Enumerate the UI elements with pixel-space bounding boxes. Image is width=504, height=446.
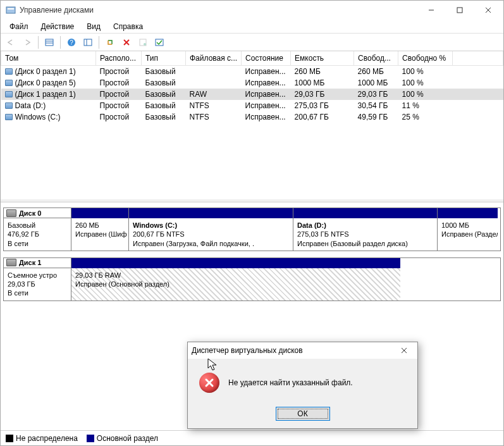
table-row[interactable]: Windows (C:)ПростойБазовыйNTFSИсправен..…: [1, 111, 503, 123]
disk0-label[interactable]: Диск 0 Базовый 476,92 ГБ В сети: [3, 208, 71, 251]
partition-header: [438, 208, 498, 218]
dialog-message: Не удается найти указанный файл.: [228, 378, 353, 387]
svg-text:?: ?: [70, 39, 73, 46]
col-capacity[interactable]: Емкость: [291, 51, 354, 65]
app-icon: [6, 5, 16, 15]
window-title: Управление дисками: [20, 6, 417, 15]
menu-file[interactable]: Файл: [3, 21, 35, 32]
partition-box[interactable]: Data (D:)275,03 ГБ NTFSИсправен (Базовый…: [293, 208, 437, 251]
partition-box[interactable]: 1000 МБИсправен (Раздел во: [437, 208, 498, 251]
legend-primary: Основной раздел: [87, 434, 158, 443]
partition-box[interactable]: Windows (C:)200,67 ГБ NTFSИсправен (Загр…: [128, 208, 293, 251]
volume-icon: [5, 68, 13, 75]
table-row[interactable]: Data (D:)ПростойБазовыйNTFSИсправен...27…: [1, 100, 503, 111]
partition-box[interactable]: 29,03 ГБ RAWИсправен (Основной раздел): [71, 258, 400, 300]
partition-header: [129, 208, 293, 218]
volume-icon: [5, 114, 13, 120]
disk0-name: Диск 0: [19, 209, 41, 217]
disk1-partitions: 29,03 ГБ RAWИсправен (Основной раздел): [71, 257, 501, 301]
disk1-label[interactable]: Диск 1 Съемное устро 29,03 ГБ В сети: [3, 257, 71, 301]
partition-header: [71, 258, 400, 268]
table-row[interactable]: (Диск 0 раздел 5)ПростойБазовыйИсправен.…: [1, 77, 503, 89]
svg-rect-6: [46, 39, 53, 46]
dialog-ok-button[interactable]: ОК: [276, 407, 330, 421]
options-button[interactable]: [152, 35, 167, 49]
volume-table[interactable]: Том Располо... Тип Файловая с... Состоян…: [1, 51, 503, 123]
legend: Не распределена Основной раздел: [1, 430, 503, 445]
partition-header: [71, 208, 128, 218]
svg-rect-0: [6, 7, 15, 13]
help-button[interactable]: ?: [64, 35, 79, 49]
menubar: Файл Действие Вид Справка: [1, 20, 503, 34]
volume-list-pane: Том Располо... Тип Файловая с... Состоян…: [1, 51, 503, 202]
partition-box[interactable]: 260 МБИсправен (Шиф: [71, 208, 128, 251]
col-volume[interactable]: Том: [1, 51, 96, 65]
col-free[interactable]: Свобод...: [354, 51, 398, 65]
col-freepct[interactable]: Свободно %: [398, 51, 453, 65]
dialog-title: Диспетчер виртуальных дисков: [192, 346, 395, 355]
titlebar: Управление дисками: [1, 1, 503, 20]
disk1-status: В сети: [8, 288, 67, 297]
disk0-size: 476,92 ГБ: [8, 230, 67, 238]
disk0-type: Базовый: [8, 221, 67, 230]
menu-help[interactable]: Справка: [107, 21, 149, 32]
dialog-titlebar[interactable]: Диспетчер виртуальных дисков: [188, 342, 417, 359]
disk0-partitions: 260 МБИсправен (ШифWindows (C:)200,67 ГБ…: [71, 208, 501, 251]
dialog-close-button[interactable]: [395, 344, 414, 357]
maximize-button[interactable]: [445, 1, 474, 19]
col-layout[interactable]: Располо...: [96, 51, 142, 65]
forward-button[interactable]: [20, 35, 35, 49]
svg-rect-1: [8, 8, 14, 9]
disk1-size: 29,03 ГБ: [8, 280, 67, 288]
toolbar: ?: [1, 34, 503, 51]
col-status[interactable]: Состояние: [242, 51, 291, 65]
partition-header: [293, 208, 437, 218]
settings-button[interactable]: [80, 35, 95, 49]
col-type[interactable]: Тип: [142, 51, 186, 65]
svg-point-16: [144, 43, 146, 46]
legend-unallocated: Не распределена: [6, 434, 78, 443]
minimize-button[interactable]: [417, 1, 445, 19]
menu-view[interactable]: Вид: [80, 21, 107, 32]
back-button[interactable]: [3, 35, 18, 49]
disk1-type: Съемное устро: [8, 271, 67, 280]
volume-icon: [5, 91, 13, 97]
svg-rect-17: [156, 39, 163, 46]
volume-icon: [5, 80, 13, 86]
disk0-row: Диск 0 Базовый 476,92 ГБ В сети 260 МБИс…: [3, 208, 501, 254]
refresh-button[interactable]: [102, 35, 118, 49]
disk0-status: В сети: [8, 239, 67, 248]
svg-rect-11: [84, 39, 92, 46]
close-button[interactable]: [474, 1, 502, 19]
disk1-row: Диск 1 Съемное устро 29,03 ГБ В сети 29,…: [3, 257, 501, 304]
disk1-name: Диск 1: [19, 259, 41, 266]
disk-icon: [6, 209, 16, 217]
error-icon: [199, 373, 219, 393]
col-fs[interactable]: Файловая с...: [186, 51, 242, 65]
properties-button[interactable]: [135, 35, 151, 49]
table-row[interactable]: (Диск 1 раздел 1)ПростойБазовыйRAWИсправ…: [1, 89, 503, 100]
svg-rect-3: [457, 8, 462, 13]
view-list-button[interactable]: [42, 35, 57, 49]
error-dialog: Диспетчер виртуальных дисков Не удается …: [187, 342, 418, 429]
volume-icon: [5, 102, 13, 109]
table-row[interactable]: (Диск 0 раздел 1)ПростойБазовыйИсправен.…: [1, 65, 503, 77]
col-spacer: [453, 51, 503, 65]
disk-icon: [6, 259, 16, 266]
menu-action[interactable]: Действие: [35, 21, 81, 32]
delete-button[interactable]: [119, 35, 134, 49]
